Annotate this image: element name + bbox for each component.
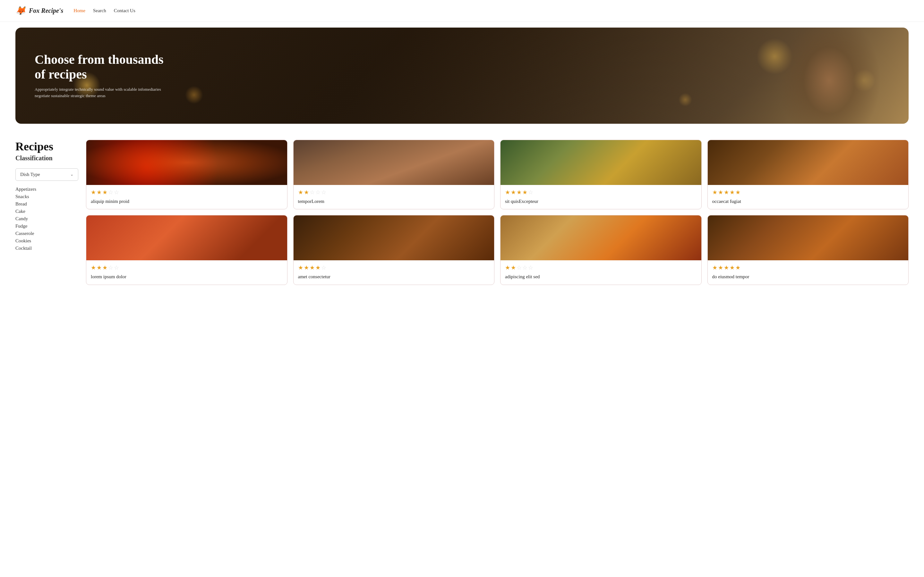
- recipe-title: sit quisExcepteur: [505, 198, 697, 205]
- star-filled-icon: ★: [310, 264, 315, 271]
- recipe-image: [294, 215, 494, 260]
- star-filled-icon: ★: [712, 264, 717, 271]
- category-appetizers[interactable]: Appetizers: [15, 187, 78, 192]
- star-filled-icon: ★: [505, 189, 510, 196]
- star-filled-icon: ★: [730, 189, 735, 196]
- chevron-down-icon: ⌄: [70, 172, 73, 177]
- recipe-card[interactable]: ★★★★☆amet consectetur: [293, 215, 495, 285]
- hero-content: Choose from thousands of recipes Appropr…: [35, 52, 170, 99]
- star-filled-icon: ★: [724, 264, 729, 271]
- recipe-image: [86, 215, 287, 260]
- category-list: Appetizers Snacks Bread Cake Candy Fudge…: [15, 187, 78, 251]
- recipe-stars: ★★★☆☆: [91, 189, 283, 196]
- recipe-title: temporLorem: [298, 198, 490, 205]
- star-empty-icon: ☆: [114, 189, 119, 196]
- hero-banner: Choose from thousands of recipes Appropr…: [15, 27, 909, 124]
- recipe-stars: ★★★★★: [712, 189, 904, 196]
- recipe-card-body: ★★★☆☆lorem ipsum dolor: [86, 260, 287, 284]
- star-filled-icon: ★: [315, 264, 320, 271]
- hero-subtitle: Appropriately integrate technically soun…: [35, 86, 170, 99]
- star-empty-icon: ☆: [528, 189, 533, 196]
- star-filled-icon: ★: [517, 189, 522, 196]
- recipe-card[interactable]: ★★★★★do eiusmod tempor: [708, 215, 909, 285]
- star-filled-icon: ★: [102, 264, 107, 271]
- star-empty-icon: ☆: [108, 189, 113, 196]
- star-filled-icon: ★: [511, 189, 516, 196]
- recipe-card-body: ★★★★★occaecat fugiat: [708, 185, 909, 209]
- recipe-stars: ★★★★☆: [298, 264, 490, 271]
- star-empty-icon: ☆: [108, 264, 113, 271]
- star-empty-icon: ☆: [310, 189, 315, 196]
- star-empty-icon: ☆: [517, 264, 522, 271]
- star-filled-icon: ★: [712, 189, 717, 196]
- star-filled-icon: ★: [724, 189, 729, 196]
- fox-icon: 🦊: [15, 6, 26, 16]
- recipe-stars: ★★★☆☆: [91, 264, 283, 271]
- dish-type-label: Dish Type: [20, 172, 40, 177]
- category-snacks[interactable]: Snacks: [15, 194, 78, 199]
- star-empty-icon: ☆: [321, 189, 326, 196]
- recipe-title: do eiusmod tempor: [712, 274, 904, 280]
- star-empty-icon: ☆: [114, 264, 119, 271]
- sidebar-subtitle: Classification: [15, 155, 78, 162]
- hero-title: Choose from thousands of recipes: [35, 52, 170, 82]
- recipe-card[interactable]: ★★★☆☆aliquip minim proid: [86, 140, 288, 210]
- site-name: Fox Recipe's: [29, 7, 63, 15]
- nav-search[interactable]: Search: [93, 8, 106, 13]
- navbar: 🦊 Fox Recipe's Home Search Contact Us: [0, 0, 924, 22]
- recipe-title: lorem ipsum dolor: [91, 274, 283, 280]
- recipe-card-body: ★★★★☆amet consectetur: [294, 260, 494, 284]
- recipe-card-body: ★★☆☆☆temporLorem: [294, 185, 494, 209]
- recipe-stars: ★★☆☆☆: [298, 189, 490, 196]
- recipe-card[interactable]: ★★☆☆☆adipiscing elit sed: [500, 215, 702, 285]
- star-empty-icon: ☆: [315, 189, 320, 196]
- star-filled-icon: ★: [91, 189, 96, 196]
- recipe-card[interactable]: ★★☆☆☆temporLorem: [293, 140, 495, 210]
- recipe-card[interactable]: ★★★★☆sit quisExcepteur: [500, 140, 702, 210]
- recipe-stars: ★★★★★: [712, 264, 904, 271]
- star-filled-icon: ★: [97, 189, 102, 196]
- star-filled-icon: ★: [730, 264, 735, 271]
- star-empty-icon: ☆: [528, 264, 533, 271]
- star-filled-icon: ★: [735, 264, 740, 271]
- recipe-image: [86, 140, 287, 185]
- star-filled-icon: ★: [97, 264, 102, 271]
- recipe-card-body: ★★★★☆sit quisExcepteur: [501, 185, 701, 209]
- category-candy[interactable]: Candy: [15, 216, 78, 221]
- category-fudge[interactable]: Fudge: [15, 223, 78, 229]
- sidebar-title: Recipes: [15, 140, 78, 153]
- star-filled-icon: ★: [298, 264, 303, 271]
- main-content: Recipes Classification Dish Type ⌄ Appet…: [0, 129, 924, 295]
- recipe-card-body: ★★★★★do eiusmod tempor: [708, 260, 909, 284]
- dish-type-dropdown[interactable]: Dish Type ⌄: [15, 168, 78, 181]
- recipe-grid: ★★★☆☆aliquip minim proid★★☆☆☆temporLorem…: [86, 140, 909, 285]
- nav-home[interactable]: Home: [73, 8, 86, 13]
- recipe-card[interactable]: ★★★★★occaecat fugiat: [708, 140, 909, 210]
- star-filled-icon: ★: [522, 189, 527, 196]
- star-empty-icon: ☆: [522, 264, 527, 271]
- site-logo[interactable]: 🦊 Fox Recipe's: [15, 6, 63, 16]
- category-cake[interactable]: Cake: [15, 209, 78, 214]
- category-cocktail[interactable]: Cocktail: [15, 245, 78, 251]
- star-filled-icon: ★: [718, 264, 723, 271]
- recipe-image: [708, 215, 909, 260]
- star-filled-icon: ★: [505, 264, 510, 271]
- recipe-image: [294, 140, 494, 185]
- category-casserole[interactable]: Casserole: [15, 231, 78, 236]
- star-filled-icon: ★: [304, 189, 309, 196]
- nav-contact[interactable]: Contact Us: [114, 8, 136, 13]
- recipe-title: adipiscing elit sed: [505, 274, 697, 280]
- recipe-card-body: ★★☆☆☆adipiscing elit sed: [501, 260, 701, 284]
- recipe-stars: ★★★★☆: [505, 189, 697, 196]
- recipe-card[interactable]: ★★★☆☆lorem ipsum dolor: [86, 215, 288, 285]
- recipe-title: occaecat fugiat: [712, 198, 904, 205]
- category-cookies[interactable]: Cookies: [15, 238, 78, 243]
- star-filled-icon: ★: [511, 264, 516, 271]
- recipe-title: aliquip minim proid: [91, 198, 283, 205]
- star-filled-icon: ★: [718, 189, 723, 196]
- star-filled-icon: ★: [304, 264, 309, 271]
- recipe-title: amet consectetur: [298, 274, 490, 280]
- sidebar: Recipes Classification Dish Type ⌄ Appet…: [15, 140, 86, 285]
- category-bread[interactable]: Bread: [15, 201, 78, 207]
- star-empty-icon: ☆: [321, 264, 326, 271]
